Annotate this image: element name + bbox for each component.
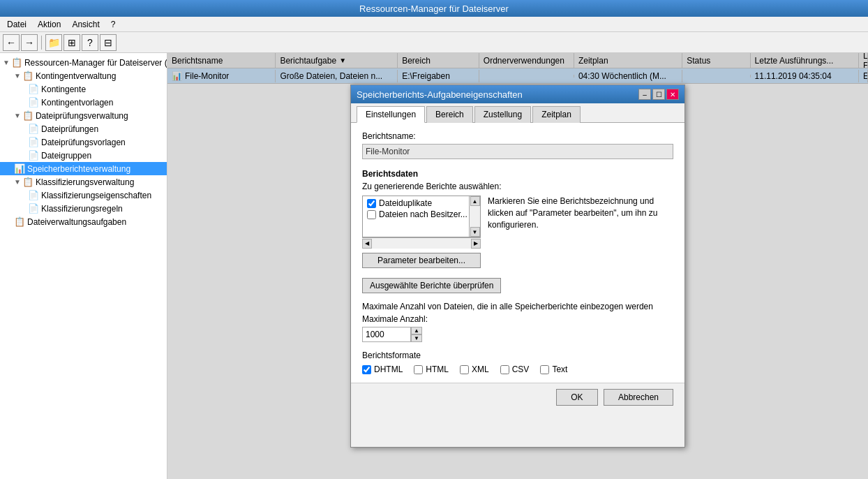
- sidebar-kontingente-label: Kontingente: [41, 84, 86, 94]
- checkbox-html[interactable]: [414, 365, 423, 374]
- checkbox-dhtml[interactable]: [362, 365, 371, 374]
- text-label: Text: [552, 364, 567, 374]
- sidebar-dateigruppen-label: Dateigruppen: [41, 151, 91, 161]
- check-btn-container: Ausgewählte Berichte überprüfen: [362, 272, 673, 293]
- sidebar-item-kontingente[interactable]: 📄 Kontingente: [0, 82, 167, 96]
- menu-help[interactable]: ?: [107, 18, 120, 31]
- sidebar-item-speicherberichte[interactable]: 📊 Speicherberichteverwaltung: [0, 162, 167, 175]
- list-box[interactable]: Dateiduplikate Dateien nach Besitzer... …: [362, 196, 481, 237]
- formats-section: Berichtsformate DHTML HTML: [362, 351, 673, 374]
- formats-row: DHTML HTML XML: [362, 364, 673, 374]
- cancel-button[interactable]: Abbrechen: [604, 389, 673, 406]
- sidebar-item-klassifizierungseigenschaften[interactable]: 📄 Klassifizierungseigenschaften: [0, 189, 167, 202]
- tab-zustellung[interactable]: Zustellung: [474, 106, 531, 123]
- format-csv: CSV: [500, 364, 530, 374]
- hscroll-left[interactable]: ◀: [362, 239, 372, 249]
- berichtsdaten-label: Berichtsdaten: [362, 169, 673, 179]
- title-text: Ressourcen-Manager für Dateiserver: [359, 3, 509, 14]
- back-button[interactable]: ←: [3, 34, 20, 51]
- speicherberichte-icon: 📊: [14, 163, 25, 174]
- berichtsname-label: Berichtsname:: [362, 131, 673, 141]
- sidebar-klassreg-label: Klassifizierungsregeln: [41, 204, 123, 214]
- max-label: Maximale Anzahl:: [362, 314, 673, 324]
- modal-maximize-button[interactable]: ☐: [652, 89, 665, 100]
- checkbox-csv[interactable]: [500, 365, 509, 374]
- view-button[interactable]: ⊟: [100, 34, 117, 51]
- separator-1: [41, 36, 42, 50]
- ok-button[interactable]: OK: [556, 389, 598, 406]
- sidebar: ▼ 📋 Ressourcen-Manager für Dateiserver (…: [0, 53, 167, 479]
- toolbar: ← → 📁 ⊞ ? ⊟: [0, 32, 868, 53]
- html-label: HTML: [426, 364, 449, 374]
- check-reports-button[interactable]: Ausgewählte Berichte überprüfen: [362, 278, 501, 293]
- berichtsname-input[interactable]: [362, 144, 673, 159]
- expand-klassifizierung-icon: ▼: [14, 178, 21, 186]
- sidebar-kontingentvorlagen-label: Kontingentvorlagen: [41, 98, 113, 108]
- sidebar-root-label: Ressourcen-Manager für Dateiserver (L...: [24, 58, 167, 68]
- checkbox-text[interactable]: [540, 365, 549, 374]
- checkbox-xml[interactable]: [460, 365, 469, 374]
- spin-down[interactable]: ▼: [411, 334, 422, 342]
- sidebar-dateiverwaltung-label: Dateiverwaltungsaufgaben: [27, 217, 126, 227]
- grid-button[interactable]: ⊞: [63, 34, 80, 51]
- format-xml: XML: [460, 364, 489, 374]
- scroll-down-arrow[interactable]: ▼: [470, 227, 480, 237]
- menu-datei[interactable]: Datei: [3, 18, 31, 31]
- title-bar: Ressourcen-Manager für Dateiserver: [0, 0, 868, 17]
- forward-button[interactable]: →: [21, 34, 38, 51]
- checkbox-besitzer[interactable]: [367, 210, 376, 219]
- modal-overlay: Speicherberichts-Aufgabeneigenschaften –…: [167, 53, 868, 479]
- max-files-header: Maximale Anzahl von Dateien, die in alle…: [362, 302, 673, 311]
- spinbox-arrows: ▲ ▼: [411, 327, 422, 342]
- sidebar-item-dateiprufungen[interactable]: 📄 Dateiprüfungen: [0, 122, 167, 135]
- tab-zeitplan[interactable]: Zeitplan: [532, 106, 581, 123]
- list-item-besitzer[interactable]: Dateien nach Besitzer...: [366, 209, 477, 220]
- parameter-button[interactable]: Parameter bearbeiten...: [362, 253, 481, 268]
- sidebar-item-dateiprufungsvorlagen[interactable]: 📄 Dateiprüfungsvorlagen: [0, 135, 167, 149]
- sidebar-speicherberichte-label: Speicherberichteverwaltung: [27, 164, 130, 174]
- tab-einstellungen[interactable]: Einstellungen: [357, 106, 425, 123]
- max-value-input[interactable]: [362, 327, 411, 342]
- format-dhtml: DHTML: [362, 364, 403, 374]
- sidebar-item-kontingent[interactable]: ▼ 📋 Kontingentverwaltung: [0, 69, 167, 82]
- list-item-duplikate[interactable]: Dateiduplikate: [366, 198, 477, 209]
- duplikate-label: Dateiduplikate: [379, 198, 432, 208]
- listbox-container: Dateiduplikate Dateien nach Besitzer... …: [362, 196, 481, 268]
- max-files-section: Maximale Anzahl von Dateien, die in alle…: [362, 302, 673, 342]
- checkbox-duplikate[interactable]: [367, 199, 376, 208]
- report-row: Dateiduplikate Dateien nach Besitzer... …: [362, 196, 673, 268]
- folder-button[interactable]: 📁: [45, 34, 62, 51]
- dateigruppen-icon: 📄: [28, 150, 39, 161]
- modal-minimize-button[interactable]: –: [638, 89, 651, 100]
- tab-bereich[interactable]: Bereich: [426, 106, 473, 123]
- sidebar-klasseig-label: Klassifizierungseigenschaften: [41, 191, 151, 200]
- hscroll-right[interactable]: ▶: [471, 239, 481, 249]
- klassifizierung-icon: 📋: [22, 177, 33, 187]
- sidebar-item-dateigruppen[interactable]: 📄 Dateigruppen: [0, 149, 167, 162]
- modal-title: Speicherberichts-Aufgabeneigenschaften: [357, 89, 523, 100]
- sidebar-item-kontingentvorlagen[interactable]: 📄 Kontingentvorlagen: [0, 96, 167, 109]
- sidebar-item-dateiprufung[interactable]: ▼ 📋 Dateiprüfungsverwaltung: [0, 109, 167, 122]
- modal-tabs: Einstellungen Bereich Zustellung Zeitpla…: [351, 103, 684, 123]
- scroll-up-arrow[interactable]: ▲: [470, 196, 480, 206]
- modal-footer: OK Abbrechen: [351, 383, 684, 411]
- sidebar-item-dateiverwaltung[interactable]: 📋 Dateiverwaltungsaufgaben: [0, 215, 167, 228]
- expand-kontingent-icon: ▼: [14, 72, 21, 80]
- expand-root-icon: ▼: [3, 59, 10, 66]
- sidebar-root[interactable]: ▼ 📋 Ressourcen-Manager für Dateiserver (…: [0, 56, 167, 69]
- modal-close-button[interactable]: ✕: [666, 89, 679, 100]
- sidebar-item-klassifizierungsregeln[interactable]: 📄 Klassifizierungsregeln: [0, 202, 167, 215]
- help-button[interactable]: ?: [82, 34, 98, 51]
- menu-ansicht[interactable]: Ansicht: [68, 18, 103, 31]
- format-html: HTML: [414, 364, 449, 374]
- list-hscroll: ◀ ▶: [362, 237, 481, 249]
- spin-up[interactable]: ▲: [411, 327, 422, 334]
- modal-controls: – ☐ ✕: [638, 89, 679, 100]
- klassreg-icon: 📄: [28, 203, 39, 214]
- menu-aktion[interactable]: Aktion: [33, 18, 65, 31]
- kontingentvorlagen-icon: 📄: [28, 97, 39, 108]
- besitzer-label: Dateien nach Besitzer...: [379, 209, 467, 219]
- sidebar-dateiprufung-label: Dateiprüfungsverwaltung: [36, 111, 128, 121]
- sidebar-dateiprufungen-label: Dateiprüfungen: [41, 124, 98, 134]
- sidebar-item-klassifizierung[interactable]: ▼ 📋 Klassifizierungsverwaltung: [0, 175, 167, 189]
